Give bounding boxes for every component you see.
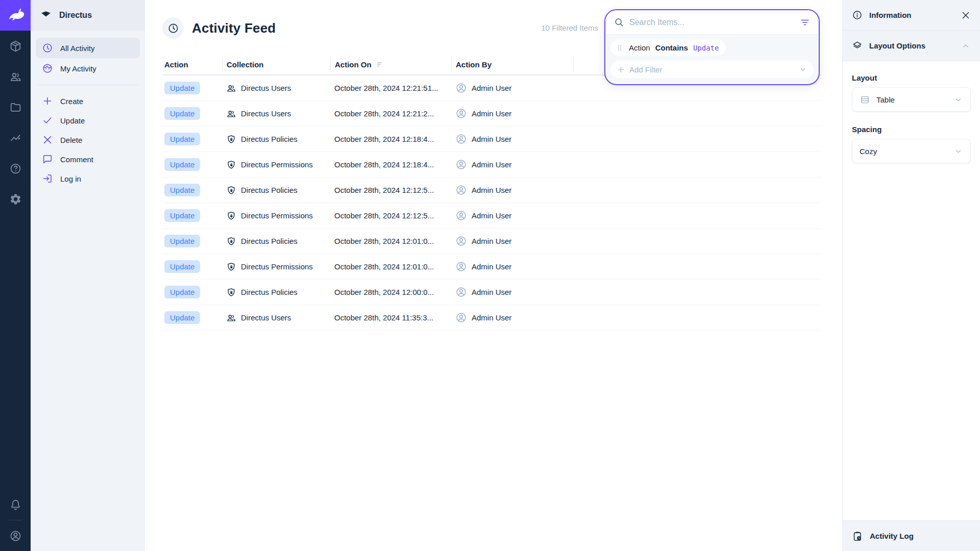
- face-icon: [42, 63, 53, 74]
- sidebar-item-label: Update: [60, 116, 85, 125]
- search-input[interactable]: [629, 18, 794, 27]
- cube-icon: [9, 40, 22, 53]
- drag-handle-icon[interactable]: [616, 44, 624, 52]
- sidebar-item-all-activity[interactable]: All Activity: [36, 38, 140, 58]
- action-on-timestamp: October 28th, 2024 12:12:5...: [334, 211, 434, 220]
- sidebar-item-my-activity[interactable]: My Activity: [36, 58, 140, 79]
- layout-select-value: Table: [876, 95, 947, 104]
- sidebar-item-update[interactable]: Update: [36, 111, 140, 130]
- action-by-user: Admin User: [472, 186, 511, 194]
- collection-name: Directus Users: [241, 109, 291, 118]
- filter-field: Action: [629, 43, 650, 52]
- sidebar-item-comment[interactable]: Comment: [36, 149, 140, 169]
- sidebar-item-label: Comment: [60, 155, 93, 164]
- sidebar-item-log-in[interactable]: Log in: [36, 169, 140, 188]
- action-by-user: Admin User: [472, 109, 511, 118]
- filter-icon[interactable]: [799, 17, 811, 28]
- account-icon: [455, 261, 467, 272]
- policy-icon: [226, 287, 236, 297]
- collection-name: Directus Policies: [241, 135, 298, 143]
- module-content[interactable]: [0, 31, 31, 61]
- login-icon: [42, 173, 53, 184]
- module-settings[interactable]: [0, 184, 31, 214]
- table-row[interactable]: UpdateDirectus UsersOctober 28th, 2024 1…: [162, 305, 822, 331]
- action-badge: Update: [164, 209, 200, 222]
- layout-field-label: Layout: [852, 73, 971, 82]
- page-title: Activity Feed: [192, 20, 276, 36]
- add-filter-button[interactable]: Add Filter: [610, 61, 814, 78]
- action-badge: Update: [164, 286, 200, 298]
- layout-select[interactable]: Table: [852, 87, 971, 112]
- action-on-timestamp: October 28th, 2024 12:21:51...: [334, 84, 438, 92]
- bell-icon: [9, 498, 22, 511]
- close-icon[interactable]: [961, 10, 971, 20]
- column-header-collection[interactable]: Collection: [222, 58, 330, 71]
- user-menu-button[interactable]: [0, 520, 31, 551]
- clock-icon: [167, 22, 179, 34]
- plus-icon: [42, 95, 53, 107]
- action-by-user: Admin User: [472, 288, 511, 296]
- directus-logo[interactable]: [0, 0, 31, 31]
- collection-name: Directus Users: [241, 313, 291, 322]
- action-by-user: Admin User: [472, 313, 511, 322]
- action-by-user: Admin User: [472, 135, 511, 143]
- folder-icon: [9, 101, 22, 114]
- module-help[interactable]: [0, 153, 31, 184]
- activity-log-icon: [852, 531, 863, 542]
- action-by-user: Admin User: [472, 84, 511, 92]
- activity-log-button[interactable]: Activity Log: [843, 520, 980, 551]
- module-insights[interactable]: [0, 122, 31, 153]
- sidebar-item-create[interactable]: Create: [36, 91, 140, 111]
- collection-name: Directus Policies: [241, 237, 298, 245]
- chevron-up-icon[interactable]: [961, 41, 971, 51]
- layout-options-header[interactable]: Layout Options: [843, 31, 980, 61]
- layers-icon: [852, 40, 863, 51]
- sort-icon[interactable]: [376, 60, 384, 69]
- account-icon: [455, 184, 467, 196]
- nav-sidebar: Directus All ActivityMy Activity CreateU…: [31, 0, 145, 551]
- close-icon: [42, 134, 53, 145]
- table-row[interactable]: UpdateDirectus PermissionsOctober 28th, …: [162, 254, 822, 280]
- info-drawer: Information Layout Options Layout Table …: [842, 0, 980, 551]
- table-row[interactable]: UpdateDirectus PoliciesOctober 28th, 202…: [162, 280, 822, 305]
- project-header[interactable]: Directus: [31, 0, 145, 31]
- project-icon: [40, 9, 52, 21]
- table-row[interactable]: UpdateDirectus UsersOctober 28th, 2024 1…: [162, 101, 822, 127]
- table-row[interactable]: UpdateDirectus PoliciesOctober 28th, 202…: [162, 127, 822, 152]
- plus-icon: [617, 65, 625, 74]
- account-icon: [455, 82, 467, 94]
- sidebar-item-delete[interactable]: Delete: [36, 130, 140, 149]
- insights-icon: [9, 132, 22, 144]
- action-badge: Update: [164, 107, 200, 120]
- spacing-select-value: Cozy: [860, 147, 947, 156]
- notifications-button[interactable]: [0, 489, 31, 520]
- filter-value: Update: [693, 44, 719, 52]
- table-row[interactable]: UpdateDirectus PoliciesOctober 28th, 202…: [162, 178, 822, 203]
- nav-activity-items: All ActivityMy Activity: [31, 31, 145, 79]
- module-files[interactable]: [0, 92, 31, 122]
- action-on-timestamp: October 28th, 2024 12:18:4...: [334, 160, 434, 169]
- module-users[interactable]: [0, 61, 31, 92]
- account-icon: [455, 159, 467, 170]
- action-badge: Update: [164, 158, 200, 171]
- account-icon: [455, 210, 467, 221]
- column-header-action-by[interactable]: Action By: [451, 58, 573, 71]
- add-filter-label: Add Filter: [629, 65, 798, 74]
- information-label: Information: [869, 11, 954, 19]
- column-header-action-on[interactable]: Action On: [330, 58, 451, 71]
- project-name: Directus: [59, 11, 92, 20]
- spacing-select[interactable]: Cozy: [852, 139, 971, 163]
- nav-divider: [38, 85, 138, 85]
- users-icon: [9, 70, 22, 83]
- clock-icon: [42, 42, 53, 54]
- action-on-timestamp: October 28th, 2024 12:01:0...: [334, 262, 434, 271]
- search-filter-panel: Action Contains Update Add Filter: [604, 9, 820, 85]
- table-row[interactable]: UpdateDirectus PermissionsOctober 28th, …: [162, 152, 822, 178]
- main-content: Activity Feed 10 Filtered Items Action C…: [145, 0, 842, 551]
- table-row[interactable]: UpdateDirectus PoliciesOctober 28th, 202…: [162, 229, 822, 254]
- action-badge: Update: [164, 82, 200, 94]
- account-icon: [455, 133, 467, 145]
- filter-rule-chip[interactable]: Action Contains Update: [610, 40, 726, 56]
- table-row[interactable]: UpdateDirectus PermissionsOctober 28th, …: [162, 203, 822, 229]
- column-header-action[interactable]: Action: [162, 58, 222, 71]
